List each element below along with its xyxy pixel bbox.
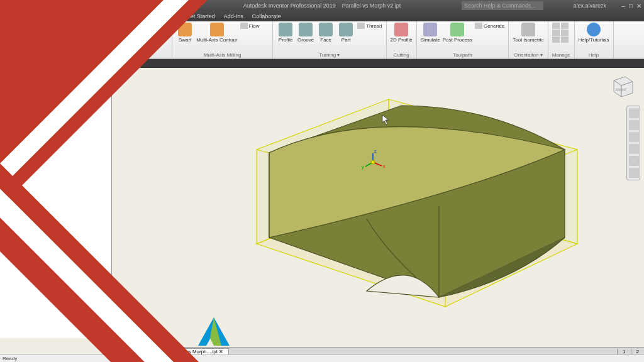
zoom-icon[interactable]: [629, 132, 639, 142]
tab-cam[interactable]: CAM: [160, 12, 182, 21]
folder-button[interactable]: Folder: [24, 23, 42, 43]
pattern-button[interactable]: Pattern: [44, 23, 78, 29]
group-label-toolpath: Toolpath: [421, 52, 505, 58]
pan-icon[interactable]: [629, 120, 639, 130]
ribbon: Setup Folder Pattern Manual NC Probe Job…: [0, 21, 644, 59]
doctab-icon[interactable]: [153, 349, 161, 355]
tab-sketch[interactable]: Sketch: [53, 12, 80, 21]
doctab-icon[interactable]: [144, 349, 152, 355]
post-process-button[interactable]: Post Process: [443, 23, 472, 43]
page-2[interactable]: 2: [631, 349, 644, 354]
doctab-icon[interactable]: [125, 349, 133, 355]
material-dropdown[interactable]: Steel: [90, 2, 111, 9]
2d-adaptive-button[interactable]: 2D Adaptive: [132, 23, 168, 29]
group-label-job: Job: [4, 52, 78, 58]
turn-face-button[interactable]: Face: [317, 23, 335, 43]
checkbox-icon[interactable]: ✓: [13, 79, 19, 84]
qat-icon[interactable]: [56, 1, 65, 10]
qat-icon[interactable]: [77, 1, 86, 10]
tab-close-icon[interactable]: ✕: [219, 349, 223, 354]
fullnav-icon[interactable]: [629, 168, 639, 178]
simulate-button[interactable]: Simulate: [421, 23, 440, 43]
tab-get-started[interactable]: Get Started: [182, 12, 219, 21]
doctab-icon[interactable]: [135, 349, 142, 355]
svg-text:x: x: [383, 164, 386, 168]
thread-button[interactable]: Thread: [357, 23, 382, 29]
navigation-bar: [626, 106, 640, 180]
document-title: Parallel vs Morph v2.ipt: [342, 3, 401, 9]
minimize-button[interactable]: –: [621, 3, 625, 9]
help-button[interactable]: Help/Tutorials: [579, 23, 609, 43]
browser-setup-node[interactable]: ✓ Setup1: [2, 77, 109, 85]
home-view-icon[interactable]: [629, 108, 639, 118]
tab-tools[interactable]: Tools: [138, 12, 160, 21]
manage-icon[interactable]: [561, 36, 569, 43]
qat-icon[interactable]: [24, 1, 33, 10]
browser-panel: Parallel vs Morph v2.ipt Operation(s) ✓ …: [0, 68, 112, 338]
close-button[interactable]: ✕: [636, 3, 641, 9]
status-bar: Ready: [0, 354, 644, 362]
3d-viewport[interactable]: x y z FRONT: [112, 68, 644, 348]
browser-root-node[interactable]: Parallel vs Morph v2.ipt Operation(s): [2, 70, 109, 77]
manage-icon[interactable]: [552, 30, 560, 36]
menu-bar: File 3D Model Sketch Annotate Inspect To…: [0, 11, 644, 21]
page-1[interactable]: 1: [617, 349, 630, 354]
group-label-cutting: Cutting: [391, 52, 413, 58]
title-bar: Steel Autodesk Inventor Professional 201…: [0, 0, 644, 11]
app-title: Autodesk Inventor Professional 2019: [243, 3, 336, 9]
svg-point-12: [372, 161, 375, 164]
tab-3d-model[interactable]: 3D Model: [21, 12, 54, 21]
quick-access-toolbar: [0, 1, 86, 10]
drill-button[interactable]: Drill: [86, 23, 104, 43]
qat-icon[interactable]: [3, 1, 11, 10]
setup-icon: [21, 78, 27, 84]
qat-icon[interactable]: [35, 1, 43, 10]
group-label-manage: Manage: [552, 52, 570, 58]
browser-tab-model[interactable]: Model: [0, 60, 21, 67]
view-cube[interactable]: FRONT: [608, 72, 635, 99]
group-label-help: Help: [579, 52, 609, 58]
qat-icon[interactable]: [13, 1, 22, 10]
help-search-input[interactable]: Search Help & Commands...: [462, 1, 543, 10]
manage-icon[interactable]: [552, 36, 560, 43]
turn-groove-button[interactable]: Groove: [297, 23, 314, 43]
qat-icon[interactable]: [67, 1, 75, 10]
doctab-icon[interactable]: [116, 349, 123, 355]
manual-nc-button[interactable]: Manual NC: [44, 30, 78, 36]
generate-button[interactable]: Generate: [475, 23, 504, 29]
browser-tab-close-icon[interactable]: +: [60, 61, 67, 67]
group-label-mam: Multi-Axis Milling: [176, 52, 269, 58]
group-label-orientation: Orientation ▾: [513, 52, 543, 58]
manage-icon[interactable]: [561, 30, 569, 36]
turn-profile-button[interactable]: Profile: [277, 23, 294, 43]
probe-button[interactable]: Probe: [44, 36, 78, 43]
svg-text:y: y: [362, 165, 364, 170]
tab-annotate[interactable]: Annotate: [80, 12, 111, 21]
tab-inspect[interactable]: Inspect: [111, 12, 138, 21]
multi-axis-contour-button[interactable]: Multi-Axis Contour: [196, 23, 237, 43]
maximize-button[interactable]: □: [629, 3, 633, 9]
manage-icon[interactable]: [561, 23, 569, 29]
group-label-turning: Turning ▾: [277, 52, 382, 58]
tool-isometric-button[interactable]: Tool Isometric: [513, 23, 543, 43]
browser-tab-ilogic[interactable]: iLogic: [21, 60, 42, 67]
orbit-icon[interactable]: [629, 144, 639, 154]
part-icon: [4, 70, 11, 77]
svg-text:z: z: [374, 149, 377, 153]
user-account[interactable]: alex.alvarezk: [573, 3, 606, 9]
tab-add-ins[interactable]: Add-Ins: [219, 12, 248, 21]
setup-button[interactable]: Setup: [4, 23, 21, 43]
face-button[interactable]: Face: [112, 23, 130, 43]
flow-button[interactable]: Flow: [240, 23, 260, 29]
file-tab[interactable]: File: [0, 12, 19, 21]
look-at-icon[interactable]: [629, 156, 639, 166]
cut-2d-profile-button[interactable]: 2D Profile: [391, 23, 413, 43]
swarf-button[interactable]: Swarf: [176, 23, 194, 43]
tab-collaborate[interactable]: Collaborate: [248, 12, 286, 21]
svg-text:FRONT: FRONT: [616, 88, 626, 92]
browser-tab-cam[interactable]: CAM: [42, 60, 61, 67]
manage-icon[interactable]: [552, 23, 560, 29]
2d-pocket-button[interactable]: 2D Pocket: [132, 30, 168, 36]
turn-part-button[interactable]: Part: [337, 23, 355, 43]
qat-icon[interactable]: [45, 1, 54, 10]
